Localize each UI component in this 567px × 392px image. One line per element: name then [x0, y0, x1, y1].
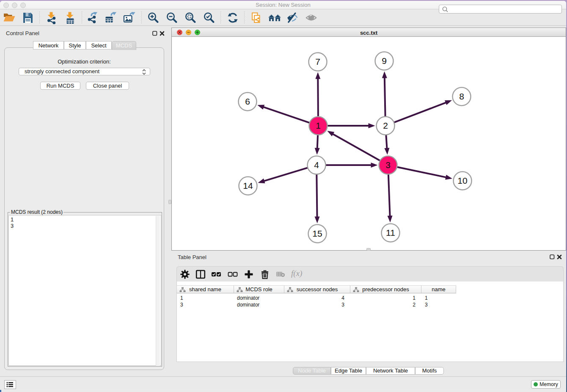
svg-text:8: 8 [459, 91, 464, 101]
svg-text:11: 11 [386, 228, 395, 237]
svg-text:6: 6 [245, 97, 250, 106]
svg-text:3: 3 [385, 160, 391, 170]
svg-text:4: 4 [314, 160, 319, 170]
svg-text:15: 15 [312, 229, 322, 238]
svg-text:9: 9 [382, 56, 387, 66]
svg-text:1: 1 [316, 121, 321, 130]
svg-text:2: 2 [383, 121, 388, 130]
svg-text:10: 10 [457, 176, 467, 185]
svg-text:7: 7 [315, 57, 320, 66]
svg-text:14: 14 [243, 181, 253, 190]
